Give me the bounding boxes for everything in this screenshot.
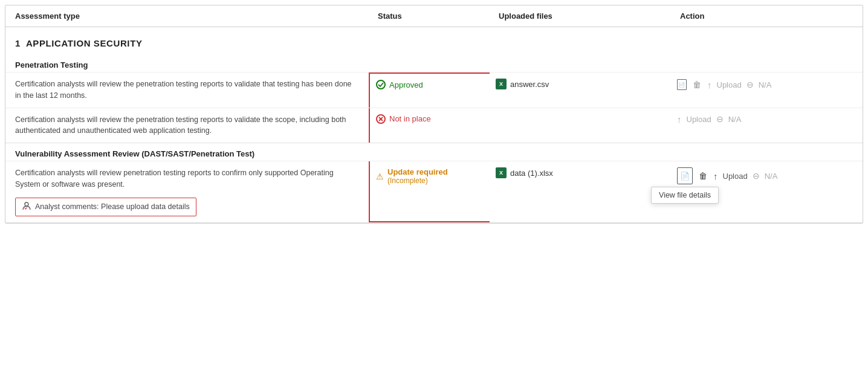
row1-status-cell: Approved <box>369 73 490 108</box>
view-doc-button-active[interactable]: 📄 <box>677 167 693 184</box>
header-assessment-type: Assessment type <box>15 11 378 21</box>
row1-file-cell: X answer.csv <box>490 73 671 108</box>
main-table: Assessment type Status Uploaded files Ac… <box>5 5 863 224</box>
svg-point-2 <box>25 202 28 206</box>
na-label-2[interactable]: N/A <box>728 115 742 124</box>
group-label-penetration-testing: Penetration Testing <box>5 54 863 72</box>
upload-arrow-icon-2: ↑ <box>677 114 682 124</box>
excel-icon: X <box>496 79 507 89</box>
na-circle-icon-3: ⊖ <box>753 171 760 181</box>
analyst-comment-box: Analyst comments: Please upload data det… <box>15 198 196 216</box>
delete-button-active[interactable]: 🗑 <box>698 170 708 182</box>
header-uploaded-files: Uploaded files <box>499 11 680 21</box>
row2-file-cell <box>490 108 671 143</box>
row2-status-cell: Not in place <box>369 108 490 143</box>
table-header: Assessment type Status Uploaded files Ac… <box>5 5 863 27</box>
row2-action-cell: ↑ Upload ⊖ N/A <box>671 108 863 143</box>
upload-label-2[interactable]: Upload <box>687 115 711 124</box>
analyst-comment-row: Analyst comments: Please upload data det… <box>15 195 358 219</box>
warning-triangle-icon: ⚠ <box>376 172 384 181</box>
analyst-icon <box>22 201 31 213</box>
check-circle-icon <box>376 80 386 89</box>
row2-description: Certification analysts will review the p… <box>5 108 368 143</box>
group-label-vulnerability: Vulnerability Assessment Review (DAST/SA… <box>5 143 863 161</box>
header-action: Action <box>680 11 853 21</box>
upload-label[interactable]: Upload <box>717 80 742 89</box>
na-label[interactable]: N/A <box>759 80 772 89</box>
view-doc-button[interactable]: 📄 <box>677 79 687 90</box>
x-circle-icon <box>376 114 386 124</box>
na-circle-icon: ⊖ <box>747 80 754 89</box>
view-file-details-popup[interactable]: View file details <box>651 187 719 204</box>
header-status: Status <box>378 11 499 21</box>
section-title: 1 APPLICATION SECURITY <box>5 27 863 54</box>
na-circle-icon-2: ⊖ <box>716 114 724 124</box>
na-label-3[interactable]: N/A <box>765 172 778 181</box>
row1-description: Certification analysts will review the p… <box>5 73 368 108</box>
view-doc-wrapper: 📄 View file details <box>677 167 693 184</box>
delete-button[interactable]: 🗑 <box>691 79 702 91</box>
row3-file-cell: X data (1).xlsx <box>490 161 671 222</box>
group-vulnerability: Vulnerability Assessment Review (DAST/SA… <box>5 143 863 223</box>
status-not-in-place: Not in place <box>376 114 484 124</box>
row3-action-cell: 📄 View file details 🗑 ↑ Upload ⊖ N/A <box>671 161 863 222</box>
excel-icon-2: X <box>496 167 507 178</box>
row3-status-cell: ⚠ Update required (Incomplete) <box>369 161 490 222</box>
status-approved: Approved <box>376 80 484 89</box>
upload-arrow-icon: ↑ <box>707 80 712 90</box>
upload-label-3[interactable]: Upload <box>723 172 748 181</box>
upload-arrow-icon-3: ↑ <box>713 171 718 181</box>
row1-action-cell: 📄 🗑 ↑ Upload ⊖ N/A <box>671 73 863 108</box>
row3-description: Certification analysts will review penet… <box>5 161 368 222</box>
group-penetration-testing: Penetration Testing Certification analys… <box>5 54 863 143</box>
